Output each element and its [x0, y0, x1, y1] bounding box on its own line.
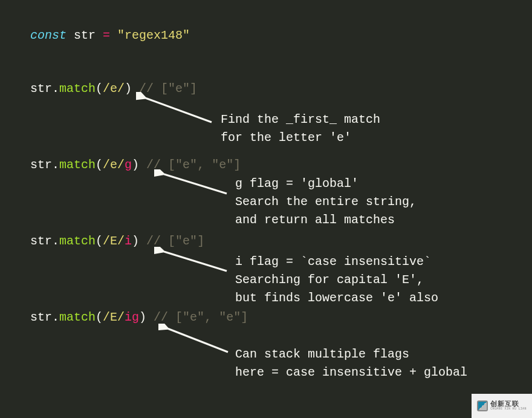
identifier-str: str: [66, 28, 103, 42]
svg-line-1: [142, 97, 212, 122]
paren: (: [96, 234, 103, 248]
paren: ): [132, 234, 139, 248]
regex: /e/: [103, 158, 125, 172]
paren: (: [96, 82, 103, 96]
watermark-logo-icon: [477, 400, 488, 411]
dot: .: [52, 82, 59, 96]
keyword-const: const: [30, 28, 66, 42]
paren: ): [132, 158, 139, 172]
flags: i: [125, 234, 132, 248]
obj: str: [30, 310, 52, 324]
comment: // ["e"]: [139, 234, 204, 248]
flags: ig: [125, 310, 139, 324]
comment: // ["e", "e"]: [146, 310, 248, 324]
code-line-decl: const str = "regex148": [30, 27, 502, 44]
code-line-1: str.match(/e/) // ["e"]: [30, 80, 502, 97]
arrow-icon: [136, 92, 221, 128]
annotation-3: i flag = `case insensitive` Searching fo…: [235, 253, 438, 307]
arrow-icon: [154, 169, 236, 200]
svg-line-7: [164, 327, 228, 352]
obj: str: [30, 234, 52, 248]
regex: /E/: [103, 310, 125, 324]
paren: (: [96, 158, 103, 172]
arrow-icon: [154, 247, 236, 277]
code-line-2: str.match(/e/g) // ["e", "e"]: [30, 157, 502, 174]
arrow-icon: [158, 324, 237, 357]
paren: ): [125, 82, 132, 96]
regex: /E/: [103, 234, 125, 248]
annotation-4: Can stack multiple flags here = case ins…: [235, 345, 467, 382]
code-line-3: str.match(/E/i) // ["e"]: [30, 233, 502, 250]
code-line-4: str.match(/E/ig) // ["e", "e"]: [30, 309, 502, 326]
dot: .: [52, 234, 59, 248]
annotation-2: g flag = 'global' Search the entire stri…: [235, 175, 417, 229]
dot: .: [52, 310, 59, 324]
regex: /e/: [103, 82, 125, 96]
method-match: match: [59, 310, 96, 324]
operator-equals: =: [103, 28, 110, 42]
svg-line-5: [160, 250, 227, 271]
paren: (: [96, 310, 103, 324]
flags: g: [125, 158, 132, 172]
obj: str: [30, 82, 52, 96]
method-match: match: [59, 234, 96, 248]
annotation-1: Find the _first_ match for the letter 'e…: [221, 111, 380, 147]
dot: .: [52, 158, 59, 172]
string-literal: "regex148": [110, 28, 190, 42]
watermark: 创新互联 CHUANG XIN HU LIAN: [472, 394, 532, 418]
paren: ): [139, 310, 146, 324]
method-match: match: [59, 158, 96, 172]
svg-line-3: [160, 173, 227, 194]
watermark-sub: CHUANG XIN HU LIAN: [490, 408, 526, 411]
method-match: match: [59, 82, 96, 96]
obj: str: [30, 158, 52, 172]
